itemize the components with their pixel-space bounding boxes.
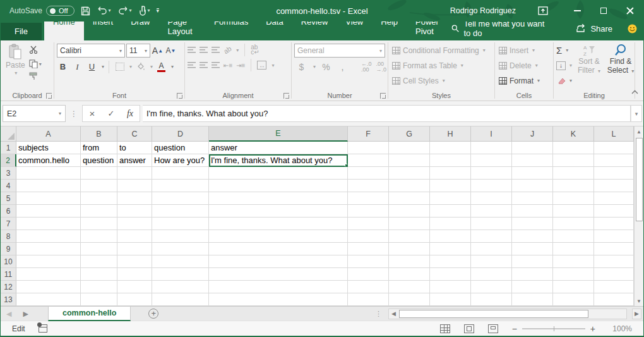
tab-file[interactable]: File xyxy=(1,23,42,40)
tell-me-box[interactable]: Tell me what you want to do xyxy=(451,19,552,38)
cell-D6[interactable] xyxy=(152,205,209,218)
conditional-formatting-button[interactable]: Conditional Formatting▾ xyxy=(392,44,486,57)
row-header-9[interactable]: 9 xyxy=(1,243,16,255)
cell-J1[interactable] xyxy=(512,142,553,154)
decrease-decimal-button[interactable]: .00→.0 xyxy=(376,61,387,73)
cell-J8[interactable] xyxy=(512,230,553,243)
confirm-entry-button[interactable]: ✓ xyxy=(102,109,121,118)
autosave-toggle[interactable]: AutoSave Off xyxy=(9,6,75,16)
sheet-tab-common-hello[interactable]: common-hello xyxy=(48,307,131,321)
share-button[interactable]: Share xyxy=(576,24,612,34)
column-header-C[interactable]: C xyxy=(117,126,152,142)
cell-L6[interactable] xyxy=(594,205,634,218)
cell-I7[interactable] xyxy=(471,218,512,230)
save-button[interactable] xyxy=(81,6,90,16)
redo-dropdown-icon[interactable]: ▾ xyxy=(129,8,132,13)
cell-G12[interactable] xyxy=(389,281,430,293)
page-break-preview-button[interactable] xyxy=(488,324,498,333)
cell-E6[interactable] xyxy=(209,205,348,218)
cell-F6[interactable] xyxy=(348,205,389,218)
cell-D10[interactable] xyxy=(152,255,209,268)
cell-F10[interactable] xyxy=(348,255,389,268)
cell-K5[interactable] xyxy=(553,192,594,205)
cell-H13[interactable] xyxy=(430,293,471,306)
cell-J6[interactable] xyxy=(512,205,553,218)
cell-J3[interactable] xyxy=(512,167,553,180)
underline-button[interactable]: U xyxy=(86,60,98,73)
delete-button[interactable]: Delete▾ xyxy=(499,59,540,72)
cell-B12[interactable] xyxy=(81,281,117,293)
user-name[interactable]: Rodrigo Rodriguez xyxy=(450,6,516,15)
column-header-L[interactable]: L xyxy=(594,126,634,142)
cell-I3[interactable] xyxy=(471,167,512,180)
cell-E10[interactable] xyxy=(209,255,348,268)
format-painter-button[interactable] xyxy=(29,72,42,82)
cell-B13[interactable] xyxy=(81,293,117,306)
cell-A2[interactable]: common.hello xyxy=(16,154,81,167)
cell-D3[interactable] xyxy=(152,167,209,180)
cell-K1[interactable] xyxy=(553,142,594,154)
sheet-nav-next[interactable]: ▶ xyxy=(17,310,33,318)
cell-G13[interactable] xyxy=(389,293,430,306)
cell-A8[interactable] xyxy=(16,230,81,243)
cell-I4[interactable] xyxy=(471,180,512,192)
decrease-indent-button[interactable]: ⇤≡ xyxy=(224,62,232,69)
row-header-11[interactable]: 11 xyxy=(1,268,16,281)
row-header-12[interactable]: 12 xyxy=(1,281,16,293)
row-header-13[interactable]: 13 xyxy=(1,293,16,306)
cell-B11[interactable] xyxy=(81,268,117,281)
row-header-4[interactable]: 4 xyxy=(1,180,16,192)
cancel-entry-button[interactable]: × xyxy=(83,108,102,119)
horizontal-scroll-thumb[interactable] xyxy=(399,310,588,318)
cell-I1[interactable] xyxy=(471,142,512,154)
vertical-scrollbar[interactable]: ▲ ▼ xyxy=(634,126,643,306)
cell-G3[interactable] xyxy=(389,167,430,180)
cell-J5[interactable] xyxy=(512,192,553,205)
cell-A4[interactable] xyxy=(16,180,81,192)
underline-dropdown-icon[interactable]: ▾ xyxy=(102,64,104,70)
cell-F13[interactable] xyxy=(348,293,389,306)
cell-D13[interactable] xyxy=(152,293,209,306)
cell-B8[interactable] xyxy=(81,230,117,243)
insert-button[interactable]: Insert▾ xyxy=(499,44,540,57)
cell-G5[interactable] xyxy=(389,192,430,205)
cell-E13[interactable] xyxy=(209,293,348,306)
copy-dropdown-icon[interactable]: ▾ xyxy=(39,61,42,67)
cell-K2[interactable] xyxy=(553,154,594,167)
tab-scrollbar-splitter[interactable]: ⋮ xyxy=(375,310,382,318)
cell-E5[interactable] xyxy=(209,192,348,205)
cell-G7[interactable] xyxy=(389,218,430,230)
cell-F3[interactable] xyxy=(348,167,389,180)
undo-button[interactable]: ▾ xyxy=(97,6,111,15)
cell-B1[interactable]: from xyxy=(81,142,117,154)
cell-D1[interactable]: question xyxy=(152,142,209,154)
scroll-left-arrow[interactable]: ◀ xyxy=(389,310,398,317)
cell-J7[interactable] xyxy=(512,218,553,230)
cell-D5[interactable] xyxy=(152,192,209,205)
orientation-button[interactable]: ab xyxy=(222,45,233,56)
expand-formula-bar-button[interactable]: ▾ xyxy=(631,105,642,122)
row-header-3[interactable]: 3 xyxy=(1,167,16,180)
percent-style-button[interactable]: % xyxy=(320,60,332,73)
comma-style-button[interactable]: , xyxy=(337,60,349,73)
cell-G1[interactable] xyxy=(389,142,430,154)
cell-I8[interactable] xyxy=(471,230,512,243)
cell-J4[interactable] xyxy=(512,180,553,192)
increase-font-size-button[interactable]: A▲ xyxy=(152,44,164,58)
zoom-level[interactable]: 100% xyxy=(609,324,632,333)
column-header-G[interactable]: G xyxy=(389,126,430,142)
autosum-button[interactable]: Σ▾ xyxy=(556,44,572,57)
cell-E7[interactable] xyxy=(209,218,348,230)
cell-K3[interactable] xyxy=(553,167,594,180)
borders-button[interactable] xyxy=(114,60,126,73)
cell-G6[interactable] xyxy=(389,205,430,218)
scroll-down-arrow[interactable]: ▼ xyxy=(635,296,643,306)
align-left-button[interactable] xyxy=(188,62,196,68)
number-format-combo[interactable]: General▾ xyxy=(294,44,385,58)
cell-C5[interactable] xyxy=(117,192,152,205)
scroll-up-arrow[interactable]: ▲ xyxy=(635,126,643,137)
align-center-button[interactable] xyxy=(200,62,208,68)
cell-K11[interactable] xyxy=(553,268,594,281)
cell-C7[interactable] xyxy=(117,218,152,230)
cell-G8[interactable] xyxy=(389,230,430,243)
